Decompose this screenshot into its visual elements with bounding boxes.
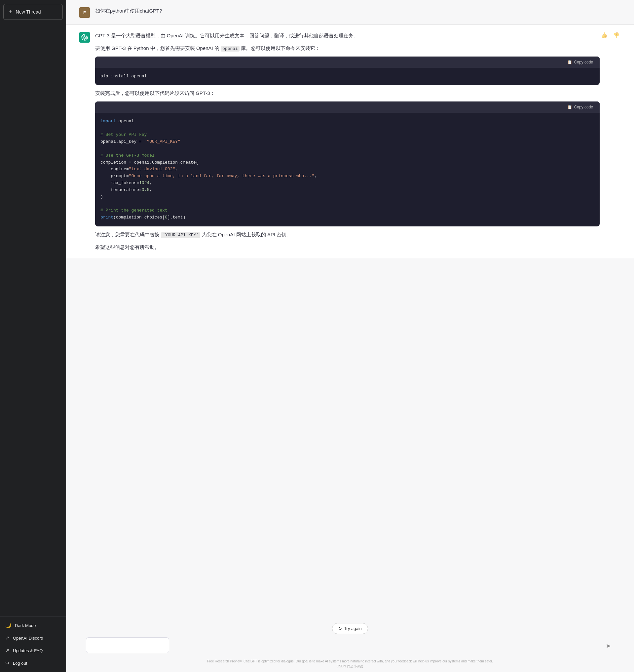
footer-text: Free Research Preview: ChatGPT is optimi… <box>66 657 634 672</box>
try-again-button[interactable]: ↻ Try again <box>332 623 368 634</box>
assistant-message-header: GPT-3 是一个大型语言模型，由 OpenAI 训练。它可以用来生成文本，回答… <box>95 31 621 251</box>
sidebar-bottom: 🌙 Dark Mode ↗ OpenAI Discord ↗ Updates &… <box>0 616 66 672</box>
openai-logo-icon <box>81 34 88 41</box>
assistant-message-content: GPT-3 是一个大型语言模型，由 OpenAI 训练。它可以用来生成文本，回答… <box>95 31 621 251</box>
user-avatar: F <box>79 7 90 18</box>
user-message-content: 如何在python中使用chatGPT? <box>95 7 621 15</box>
external-link-icon-2: ↗ <box>5 648 9 653</box>
logout-icon: ↪ <box>5 660 9 666</box>
assistant-para1: GPT-3 是一个大型语言模型，由 OpenAI 训练。它可以用来生成文本，回答… <box>95 31 600 40</box>
try-again-label: Try again <box>344 626 362 631</box>
plus-icon: + <box>9 9 13 15</box>
inline-code-openai: openai <box>221 46 240 51</box>
user-question-text: 如何在python中使用chatGPT? <box>95 7 621 15</box>
sidebar-item-logout[interactable]: ↪ Log out <box>0 657 66 669</box>
sidebar-item-dark-mode[interactable]: 🌙 Dark Mode <box>0 619 66 632</box>
sidebar: + New Thread 🌙 Dark Mode ↗ OpenAI Discor… <box>0 0 66 672</box>
assistant-para3: 安装完成后，您可以使用以下代码片段来访问 GPT-3： <box>95 89 600 97</box>
inline-code-apikey: `YOUR_API_KEY` <box>161 232 200 238</box>
try-again-row: ↻ Try again <box>66 623 634 634</box>
assistant-avatar <box>79 32 90 43</box>
sidebar-item-logout-label: Log out <box>13 661 27 666</box>
external-link-icon: ↗ <box>5 635 9 641</box>
input-wrapper: ➤ <box>86 637 614 654</box>
code-block-python-body: import openai # Set your API key openai.… <box>95 113 600 227</box>
copy-code-button-1[interactable]: 📋 Copy code <box>566 59 594 65</box>
assistant-para2: 要使用 GPT-3 在 Python 中，您首先需要安装 OpenAI 的 op… <box>95 44 600 52</box>
copy-icon: 📋 <box>567 60 572 65</box>
code-block-pip: 📋 Copy code pip install openai <box>95 56 600 85</box>
thumbs-up-button[interactable]: 👍 <box>600 31 609 39</box>
sidebar-item-updates[interactable]: ↗ Updates & FAQ <box>0 644 66 657</box>
assistant-message: GPT-3 是一个大型语言模型，由 OpenAI 训练。它可以用来生成文本，回答… <box>66 24 634 258</box>
copy-code-button-2[interactable]: 📋 Copy code <box>566 104 594 110</box>
input-row: ➤ <box>66 637 634 657</box>
footer-attribution: CSDN @是小深处 <box>73 664 627 669</box>
code-block-pip-header: 📋 Copy code <box>95 56 600 68</box>
sidebar-item-updates-label: Updates & FAQ <box>13 648 43 653</box>
refresh-icon: ↻ <box>338 626 342 631</box>
new-thread-button[interactable]: + New Thread <box>3 4 63 20</box>
footer-main-text: Free Research Preview: ChatGPT is optimi… <box>73 659 627 664</box>
main-content: F 如何在python中使用chatGPT? GPT-3 是一个大型语言模型，由… <box>66 0 634 672</box>
code-block-python: 📋 Copy code import openai # Set your API… <box>95 101 600 227</box>
dark-mode-icon: 🌙 <box>5 622 11 628</box>
new-thread-label: New Thread <box>16 9 41 15</box>
bottom-area: ↻ Try again ➤ Free Research Preview: Cha… <box>66 620 634 672</box>
user-message: F 如何在python中使用chatGPT? <box>66 0 634 24</box>
assistant-para5: 希望这些信息对您有所帮助。 <box>95 243 600 252</box>
assistant-response-body: GPT-3 是一个大型语言模型，由 OpenAI 训练。它可以用来生成文本，回答… <box>95 31 600 251</box>
sidebar-spacer <box>0 24 66 616</box>
send-button[interactable]: ➤ <box>606 642 611 650</box>
sidebar-item-discord[interactable]: ↗ OpenAI Discord <box>0 632 66 644</box>
thumbs-down-button[interactable]: 👎 <box>612 31 621 39</box>
chat-area: F 如何在python中使用chatGPT? GPT-3 是一个大型语言模型，由… <box>66 0 634 620</box>
code-block-pip-body: pip install openai <box>95 68 600 85</box>
code-block-python-header: 📋 Copy code <box>95 101 600 113</box>
sidebar-item-discord-label: OpenAI Discord <box>13 635 43 641</box>
copy-icon-2: 📋 <box>567 105 572 110</box>
message-actions: 👍 👎 <box>600 31 621 39</box>
chat-input[interactable] <box>86 637 169 653</box>
send-icon: ➤ <box>606 642 611 650</box>
sidebar-item-dark-mode-label: Dark Mode <box>15 623 36 628</box>
assistant-para4: 请注意，您需要在代码中替换 `YOUR_API_KEY` 为您在 OpenAI … <box>95 230 600 239</box>
